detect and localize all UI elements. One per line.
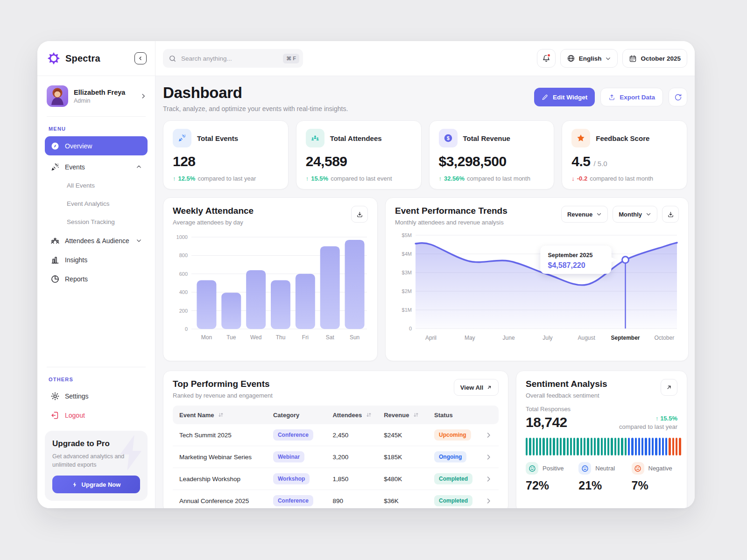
chevron-left-icon [138, 56, 143, 61]
logout-icon [50, 411, 60, 420]
page-actions: Edit Widget Export Data [534, 88, 687, 106]
metric-dropdown[interactable]: Revenue [561, 206, 608, 223]
calendar-icon [629, 55, 637, 63]
legend-value: 7% [632, 479, 678, 492]
svg-text:October: October [654, 335, 674, 341]
search-input[interactable] [181, 55, 278, 62]
delta-arrow: ↑ [173, 175, 176, 182]
delta-value: 32.56% [444, 175, 465, 182]
topbar: ⌘ F English [155, 41, 695, 76]
sentiment-analysis-card: Sentiment Analysis Overall feedback sent… [516, 371, 687, 508]
sidebar-item-events[interactable]: Events [45, 157, 148, 176]
notifications-button[interactable] [537, 49, 556, 68]
sidebar-item-event-analytics[interactable]: Event Analytics [45, 195, 148, 213]
row-chevron-icon[interactable] [485, 497, 492, 504]
column-header[interactable]: Category [273, 412, 299, 419]
legend-neutral: Neutral 21% [578, 462, 631, 492]
column-header[interactable]: Attendees [332, 412, 362, 419]
table-row[interactable]: Marketing Webinar SeriesWebinar3,200$185… [173, 446, 499, 468]
sentiment-stripe [601, 438, 603, 455]
open-sentiment-button[interactable] [661, 379, 677, 396]
row-chevron-icon[interactable] [485, 476, 492, 483]
sort-icon[interactable] [413, 412, 419, 418]
sidebar-item-label: Logout [65, 412, 85, 419]
row-chevron-icon[interactable] [485, 454, 492, 461]
sidebar-item-all-events[interactable]: All Events [45, 176, 148, 195]
stat-value: 4.5 [571, 154, 590, 169]
sidebar-item-session-tracking[interactable]: Session Tracking [45, 213, 148, 231]
period-dropdown[interactable]: Monthly [613, 206, 657, 223]
sentiment-stripe [618, 438, 620, 455]
sentiment-stripe [557, 438, 558, 455]
sidebar-item-label: Attendees & Audience [65, 237, 129, 245]
chevron-right-icon [140, 93, 147, 99]
sentiment-stripe [570, 438, 572, 455]
export-data-label: Export Data [620, 94, 655, 101]
sentiment-stripe [679, 438, 681, 455]
bottom-row: Top Performing Events Ranked by revenue … [163, 371, 687, 508]
page-subtitle: Track, analyze, and optimize your events… [163, 105, 348, 112]
status-cell: Completed [434, 495, 481, 506]
svg-text:July: July [543, 335, 552, 341]
edit-widget-label: Edit Widget [553, 94, 587, 101]
sentiment-stripe [591, 438, 592, 455]
search-bar[interactable]: ⌘ F [163, 49, 303, 68]
delta-note: compared to last event [331, 175, 392, 182]
svg-text:$5M: $5M [402, 232, 412, 238]
weekly-attendance-card: Weekly Attendance Average attendees by d… [163, 197, 378, 361]
sidebar-item-attendees-audience[interactable]: Attendees & Audience [45, 231, 148, 250]
svg-text:Sun: Sun [350, 334, 359, 341]
sidebar-item-insights[interactable]: Insights [45, 250, 148, 269]
stats-row: Total Events 128 ↑ 12.5% compared to las… [163, 120, 687, 189]
download-button[interactable] [351, 206, 368, 223]
delta-value: 15.5% [660, 415, 677, 422]
download-icon [356, 211, 363, 218]
sidebar-item-overview[interactable]: Overview [45, 136, 148, 155]
language-selector[interactable]: English [560, 49, 618, 68]
sentiment-stripe [641, 438, 643, 455]
table-row[interactable]: Tech Summit 2025Conference2,450$245KUpco… [173, 424, 499, 446]
sidebar-collapse-button[interactable] [134, 52, 147, 64]
page-header: Dashboard Track, analyze, and optimize y… [163, 84, 687, 112]
column-header[interactable]: Status [434, 412, 453, 419]
edit-widget-button[interactable]: Edit Widget [534, 88, 595, 106]
column-header[interactable]: Event Name [179, 412, 214, 419]
table-row[interactable]: Annual Conference 2025Conference890$36KC… [173, 490, 499, 508]
event-name-cell: Annual Conference 2025 [179, 497, 273, 504]
sentiment-stripe [539, 438, 541, 455]
chevron-down-icon [136, 238, 142, 244]
sidebar-item-reports[interactable]: Reports [45, 269, 148, 288]
sort-icon[interactable] [366, 412, 372, 418]
stat-label: Total Attendees [330, 134, 382, 142]
svg-text:200: 200 [179, 308, 188, 314]
sentiment-stripe [553, 438, 555, 455]
download-button[interactable] [662, 206, 679, 223]
refresh-button[interactable] [669, 88, 687, 106]
column-header[interactable]: Revenue [384, 412, 409, 419]
sentiment-stripe [655, 438, 657, 455]
sidebar-item-settings[interactable]: Settings [45, 387, 148, 406]
sort-icon[interactable] [218, 412, 224, 418]
view-all-button[interactable]: View All [454, 379, 499, 396]
sidebar-menu: MENU Overview Events All E [37, 117, 155, 508]
delta-value: -0.2 [577, 175, 587, 182]
category-badge: Webinar [273, 451, 304, 462]
globe-icon [567, 54, 575, 63]
row-chevron-icon[interactable] [485, 432, 492, 439]
svg-text:Wed: Wed [250, 334, 261, 341]
download-icon [667, 211, 674, 218]
sentiment-stripe [669, 438, 670, 455]
date-selector[interactable]: October 2025 [622, 49, 687, 68]
table-subtitle: Ranked by revenue and engagement [173, 392, 273, 399]
chart-tooltip: September 2025$4,587,220 [541, 246, 617, 274]
sidebar-subitem-label: Session Tracking [67, 218, 115, 225]
event-name-cell: Tech Summit 2025 [179, 432, 273, 439]
sentiment-stripe [560, 438, 562, 455]
table-row[interactable]: Leadership WorkshopWorkshop1,850$480KCom… [173, 468, 499, 490]
sidebar-subitem-label: All Events [67, 182, 95, 189]
sentiment-stripe [546, 438, 548, 455]
export-data-button[interactable]: Export Data [600, 88, 663, 106]
sidebar-item-logout[interactable]: Logout [45, 406, 148, 425]
revenue-cell: $480K [384, 476, 434, 483]
user-profile[interactable]: Ellizabeth Freya Admin [37, 76, 155, 116]
